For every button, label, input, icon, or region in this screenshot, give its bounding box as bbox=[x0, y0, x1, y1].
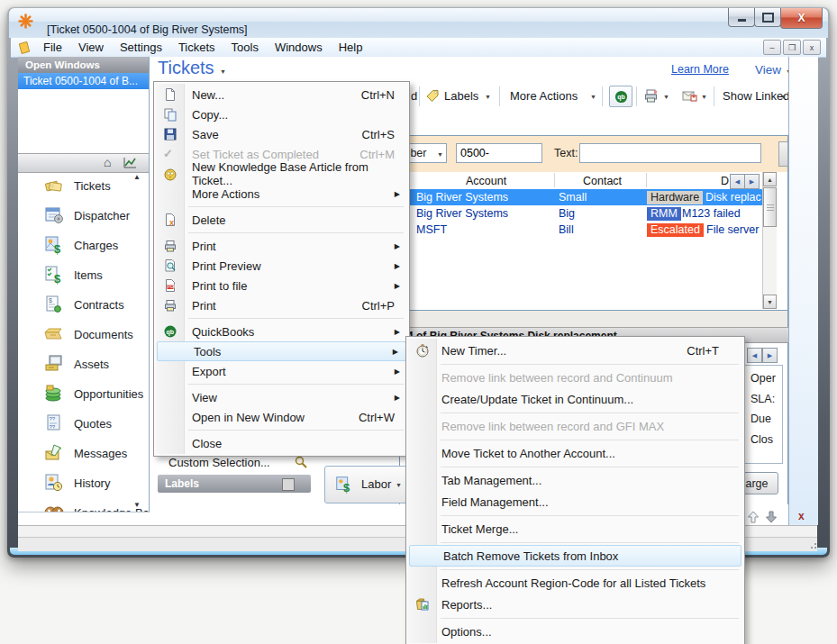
minimize-button[interactable] bbox=[728, 8, 755, 27]
maximize-button[interactable] bbox=[754, 8, 781, 27]
menu-item-print-to-file[interactable]: PDF Print to file bbox=[156, 276, 407, 295]
menu-settings[interactable]: Settings bbox=[112, 38, 170, 57]
print-caret-icon[interactable]: ▼ bbox=[663, 94, 669, 100]
close-button[interactable]: X bbox=[780, 8, 823, 29]
column-account[interactable]: Account bbox=[466, 175, 506, 187]
toolbar-hidden-button-fragment[interactable]: d bbox=[411, 89, 417, 103]
menu-tickets[interactable]: Tickets bbox=[170, 38, 223, 57]
submenu-item-move-ticket[interactable]: Move Ticket to Another Account... bbox=[408, 442, 742, 464]
scroll-columns-right-button[interactable]: ▶ bbox=[744, 174, 760, 189]
text-search-input[interactable] bbox=[579, 143, 761, 163]
submenu-item-batch-remove-tickets[interactable]: Batch Remove Tickets from Inbox bbox=[409, 545, 741, 567]
mdi-close-button[interactable]: x bbox=[803, 40, 821, 55]
table-row-selected[interactable]: Big River Systems Small Hardware Disk re… bbox=[400, 189, 762, 205]
labels-button[interactable]: Labels bbox=[444, 89, 478, 103]
sidebar-item-documents[interactable]: Documents bbox=[18, 320, 149, 349]
open-window-item[interactable]: Ticket 0500-1004 of B... bbox=[18, 73, 149, 89]
labels-section-header[interactable]: Labels bbox=[158, 475, 311, 493]
menu-file[interactable]: File bbox=[35, 38, 70, 57]
mdi-restore-button[interactable]: ❒ bbox=[783, 40, 801, 55]
sidebar-item-items[interactable]: $ Items bbox=[18, 260, 149, 290]
menu-item-tools[interactable]: Tools bbox=[157, 341, 406, 361]
table-row[interactable]: Big River Systems Big RMM M123 failed bbox=[400, 205, 762, 222]
print-icon[interactable] bbox=[643, 87, 660, 104]
sidebar-item-opportunities[interactable]: Opportunities bbox=[18, 379, 149, 409]
show-linked-caret-icon[interactable]: ▼ bbox=[780, 94, 787, 100]
view-menu-label[interactable]: View bbox=[755, 63, 781, 77]
menu-windows[interactable]: Windows bbox=[267, 38, 331, 57]
menu-item-more-actions[interactable]: More Actions bbox=[156, 184, 407, 204]
sidebar-item-contracts[interactable]: $ Contracts bbox=[18, 290, 149, 320]
learn-more-link[interactable]: Learn More bbox=[671, 63, 729, 76]
menu-item-print-ctrlp[interactable]: PrintCtrl+P bbox=[156, 295, 407, 315]
menu-item-print[interactable]: Print bbox=[156, 236, 407, 256]
menu-item-close[interactable]: Close bbox=[156, 433, 407, 453]
menu-item-copy[interactable]: Copy... bbox=[156, 104, 407, 124]
submenu-item-field-management[interactable]: Field Management... bbox=[408, 491, 742, 512]
submenu-item-create-update-continuum[interactable]: Create/Update Ticket in Continuum... bbox=[408, 388, 742, 410]
title-bar[interactable]: [Ticket 0500-1004 of Big River Systems] bbox=[9, 8, 828, 39]
menu-item-save[interactable]: SaveCtrl+S bbox=[156, 124, 407, 144]
labor-charge-button[interactable]: $ Labor ▼ bbox=[324, 466, 409, 503]
submenu-item-tab-management[interactable]: Tab Management... bbox=[408, 469, 742, 491]
menu-view[interactable]: View bbox=[70, 38, 112, 57]
toolbar-separator bbox=[636, 86, 637, 106]
menu-item-new-kb-article[interactable]: New Knowledge Base Article from Ticket..… bbox=[156, 164, 407, 184]
close-panel-x[interactable]: x bbox=[798, 510, 805, 522]
table-scrollbar[interactable]: ▲ ▼ bbox=[762, 172, 777, 309]
menu-item-export[interactable]: Export bbox=[156, 361, 407, 381]
column-description[interactable]: D bbox=[721, 175, 729, 187]
more-actions-caret-icon[interactable]: ▼ bbox=[590, 94, 596, 100]
scrollbar-down-button[interactable]: ▼ bbox=[763, 295, 777, 309]
sidebar-item-knowledge-base[interactable]: Knowledge Base bbox=[18, 498, 149, 512]
mdi-minimize-button[interactable]: – bbox=[763, 40, 781, 55]
column-contact[interactable]: Contact bbox=[583, 175, 622, 187]
prev-record-button[interactable]: ◀ bbox=[747, 348, 762, 363]
table-row[interactable]: MSFT Bill Escalated File server bbox=[400, 222, 762, 238]
menu-item-open-in-new-window[interactable]: Open in New WindowCtrl+W bbox=[156, 407, 407, 427]
tickets-icon bbox=[43, 175, 65, 196]
labels-collapse-button[interactable] bbox=[282, 478, 295, 491]
email-caret-icon[interactable]: ▼ bbox=[701, 94, 707, 100]
email-icon[interactable] bbox=[681, 87, 697, 104]
home-icon[interactable]: ⌂ bbox=[104, 155, 111, 169]
magnifier-icon[interactable] bbox=[294, 455, 308, 469]
scrollbar-up-button[interactable]: ▲ bbox=[763, 172, 777, 186]
page-title-caret-icon[interactable]: ▼ bbox=[220, 68, 226, 75]
scrollbar-thumb[interactable] bbox=[763, 187, 777, 227]
menu-tools[interactable]: Tools bbox=[223, 38, 267, 57]
quickbooks-button[interactable]: qb bbox=[609, 86, 632, 107]
menu-help[interactable]: Help bbox=[331, 38, 371, 57]
record-down-icon[interactable] bbox=[764, 510, 778, 524]
menu-item-print-preview[interactable]: Print Preview bbox=[156, 256, 407, 276]
sidebar-item-assets[interactable]: Assets bbox=[18, 349, 149, 379]
submenu-item-refresh-region-code[interactable]: Refresh Account Region-Code for all List… bbox=[408, 572, 742, 594]
menu-item-view[interactable]: View bbox=[156, 387, 407, 407]
sidebar-item-history[interactable]: History bbox=[18, 468, 149, 498]
record-up-icon[interactable] bbox=[746, 510, 760, 524]
menu-item-quickbooks[interactable]: qb QuickBooks bbox=[156, 322, 407, 341]
labels-caret-icon[interactable]: ▼ bbox=[485, 94, 491, 100]
sidebar-item-dispatcher[interactable]: Dispatcher bbox=[18, 201, 149, 231]
chart-icon[interactable] bbox=[123, 157, 137, 168]
submenu-item-reports[interactable]: Reports... bbox=[408, 594, 742, 615]
resize-grip[interactable] bbox=[806, 540, 817, 549]
submenu-item-remove-link-gfi-max[interactable]: Remove link between record and GFI MAX bbox=[408, 415, 742, 437]
custom-selection-link[interactable]: Custom Selection... bbox=[168, 456, 270, 469]
submenu-item-options[interactable]: Options... bbox=[408, 621, 742, 642]
search-options-button-partial[interactable] bbox=[778, 141, 788, 167]
more-actions-button[interactable]: More Actions bbox=[510, 89, 578, 103]
sidebar-item-tickets[interactable]: Tickets bbox=[18, 171, 149, 201]
ticket-number-input[interactable] bbox=[456, 143, 542, 163]
submenu-item-new-timer[interactable]: New Timer...Ctrl+T bbox=[408, 340, 742, 361]
sidebar-item-quotes[interactable]: ???? Quotes bbox=[18, 409, 149, 439]
sidebar-item-charges[interactable]: $ Charges bbox=[18, 231, 149, 260]
scroll-columns-left-button[interactable]: ◀ bbox=[730, 174, 745, 189]
submenu-item-remove-link-continuum[interactable]: Remove link between record and Continuum bbox=[408, 367, 742, 388]
menu-item-delete[interactable]: x Delete bbox=[156, 210, 407, 230]
menu-item-new[interactable]: New...Ctrl+N bbox=[156, 85, 407, 104]
sidebar-item-messages[interactable]: Messages bbox=[18, 439, 149, 468]
next-record-button[interactable]: ▶ bbox=[762, 348, 778, 363]
scroll-down-icon[interactable]: ▼ bbox=[133, 501, 141, 509]
submenu-item-ticket-merge[interactable]: Ticket Merge... bbox=[408, 518, 742, 540]
